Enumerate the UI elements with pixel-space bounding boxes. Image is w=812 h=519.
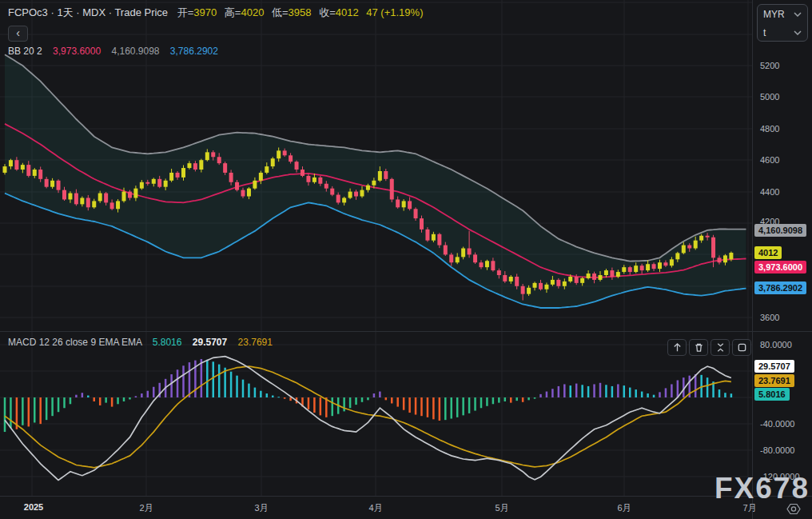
bb-mid-value: 3,973.6000 <box>53 46 101 57</box>
close-value: 4012 <box>336 6 359 18</box>
macd-name: MACD 12 26 close 9 EMA EMA <box>8 337 141 348</box>
collapse-pane-button[interactable] <box>710 339 730 356</box>
symbol-header[interactable]: FCPOc3 · 1天 · MDX · Trade Price 开=3970 高… <box>8 6 423 20</box>
time-tick-label: 2025 <box>24 502 43 512</box>
price-tick-label: 4600 <box>760 155 779 165</box>
macd-pane-toolbar <box>667 339 751 356</box>
unit-dropdown[interactable]: t <box>758 23 807 42</box>
price-tick-label: 4400 <box>760 187 779 197</box>
macd-line-value: 29.5707 <box>193 337 227 348</box>
macd-signal-value: 23.7691 <box>238 337 273 348</box>
maximize-pane-button[interactable] <box>732 339 751 356</box>
close-label: 收= <box>319 6 336 18</box>
pane-separator[interactable] <box>0 331 812 332</box>
arrow-up-icon <box>672 342 683 353</box>
price-value-tag: 4,160.9098 <box>754 224 806 237</box>
collapse-icon <box>715 342 726 353</box>
trading-chart-app: FCPOc3 · 1天 · MDX · Trade Price 开=3970 高… <box>0 0 812 519</box>
macd-tick-label: -120.0000 <box>760 472 800 481</box>
macd-indicator-legend[interactable]: MACD 12 26 close 9 EMA EMA 5.8016 29.570… <box>8 337 273 348</box>
delete-pane-button[interactable] <box>689 339 708 356</box>
time-tick-label: 2月 <box>139 502 153 514</box>
visibility-toggle-button[interactable] <box>784 501 803 516</box>
trash-icon <box>694 342 704 353</box>
currency-value: MYR <box>763 9 794 20</box>
macd-line <box>5 357 731 481</box>
change-value: 47 (+1.19%) <box>366 6 423 18</box>
price-value-tag: 3,786.2902 <box>754 281 806 294</box>
low-label: 低= <box>272 6 289 18</box>
symbol-title: FCPOc3 · 1天 · MDX · Trade Price <box>8 6 168 18</box>
macd-tick-label: -80.0000 <box>760 445 794 455</box>
macd-tick-label: 80.0000 <box>760 340 792 349</box>
macd-histogram <box>4 359 732 432</box>
time-axis[interactable]: 20252月3月4月5月6月7月 <box>0 496 812 519</box>
chart-canvas[interactable] <box>0 0 752 496</box>
currency-dropdown[interactable]: MYR <box>758 5 807 23</box>
unit-value: t <box>763 27 794 38</box>
time-tick-label: 6月 <box>617 502 631 514</box>
macd-hist-value: 5.8016 <box>153 337 182 348</box>
time-tick-label: 4月 <box>368 502 382 514</box>
chevron-left-icon: ‹ <box>16 26 20 39</box>
price-value-tag: 3,973.6000 <box>754 261 806 273</box>
bb-name: BB 20 2 <box>8 46 42 57</box>
price-tick-label: 3600 <box>760 313 779 322</box>
macd-tick-label: -40.0000 <box>760 419 794 429</box>
time-tick-label: 5月 <box>495 502 508 514</box>
bb-indicator-legend[interactable]: BB 20 2 3,973.6000 4,160.9098 3,786.2902 <box>8 46 218 57</box>
macd-value-tag: 23.7691 <box>754 374 794 387</box>
back-button[interactable]: ‹ <box>8 26 28 42</box>
open-label: 开= <box>177 6 194 18</box>
move-pane-up-button[interactable] <box>667 339 687 356</box>
price-value-tag: 4012 <box>754 246 782 259</box>
price-axis[interactable]: 52005000480046004400420036004,160.909840… <box>753 0 812 331</box>
open-value: 3970 <box>193 6 217 18</box>
eye-icon <box>786 503 802 515</box>
high-label: 高= <box>225 6 241 18</box>
macd-axis[interactable]: 80.0000-40.0000-80.0000-120.000029.57072… <box>753 331 812 496</box>
bb-upper-value: 4,160.9098 <box>111 46 159 57</box>
grid-lines <box>0 0 752 496</box>
price-tick-label: 5000 <box>760 92 779 102</box>
time-tick-label: 3月 <box>254 502 268 514</box>
chevron-down-icon <box>794 12 802 17</box>
bb-lower-value: 3,786.2902 <box>170 46 218 57</box>
macd-value-tag: 29.5707 <box>754 360 794 373</box>
chevron-down-icon <box>794 30 802 35</box>
maximize-icon <box>737 342 747 353</box>
macd-value-tag: 5.8016 <box>754 388 790 401</box>
time-tick-label: 7月 <box>742 502 756 514</box>
price-tick-label: 5200 <box>760 61 779 70</box>
price-tick-label: 4800 <box>760 124 779 134</box>
currency-unit-selector: MYR t <box>757 4 808 42</box>
high-value: 4020 <box>241 6 264 18</box>
low-value: 3958 <box>289 6 312 18</box>
